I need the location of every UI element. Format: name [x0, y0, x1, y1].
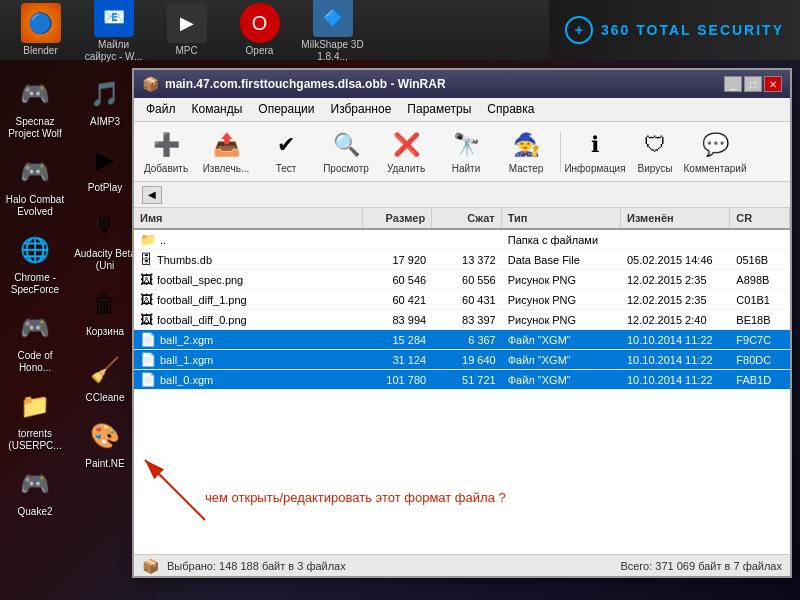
status-total: Всего: 371 069 байт в 7 файлах — [620, 560, 782, 572]
menu-params[interactable]: Параметры — [399, 100, 479, 119]
toolbar-extract[interactable]: 📤 Извлечь... — [198, 126, 254, 178]
file-icon: 🖼 — [140, 292, 153, 307]
halo-icon: 🎮 — [15, 152, 55, 192]
add-label: Добавить — [144, 163, 188, 174]
comment-label: Комментарий — [684, 163, 747, 174]
status-selected: Выбрано: 148 188 байт в 3 файлах — [167, 560, 346, 572]
view-icon: 🔍 — [330, 129, 362, 161]
file-size: 15 284 — [392, 334, 426, 346]
col-size-header[interactable]: Размер — [363, 208, 433, 228]
desktop-icon-aimp3[interactable]: 🎵 AIMP3 — [70, 70, 140, 132]
toolbar-delete[interactable]: ❌ Удалить — [378, 126, 434, 178]
file-date: 10.10.2014 11:22 — [627, 374, 713, 386]
col-name-header[interactable]: Имя — [134, 208, 363, 228]
file-packed: 60 431 — [462, 294, 496, 306]
table-row[interactable]: 📄 ball_2.xgm 15 284 6 367 Файл "XGM" 10.… — [134, 330, 790, 350]
quake2-label: Quake2 — [17, 506, 52, 518]
table-row[interactable]: 🖼 football_diff_1.png 60 421 60 431 Рису… — [134, 290, 790, 310]
file-list-header: Имя Размер Сжат Тип Изменён CR — [134, 208, 790, 230]
taskbar-icon-milkshape[interactable]: 🔷 MilkShape 3D 1.8.4... — [300, 0, 365, 63]
file-icon: 🖼 — [140, 312, 153, 327]
file-date: 10.10.2014 11:22 — [627, 354, 713, 366]
desktop-icon-korzina[interactable]: 🗑 Корзина — [70, 280, 140, 342]
window-controls: _ □ ✕ — [724, 76, 782, 92]
file-crc: BE18B — [736, 314, 770, 326]
extract-label: Извлечь... — [203, 163, 250, 174]
file-size: 31 124 — [392, 354, 426, 366]
file-packed: 83 397 — [462, 314, 496, 326]
taskbar-top: 🔵 Blender 📧 Майли сайрус - W... ▶ MPC O … — [0, 0, 800, 60]
comment-icon: 💬 — [699, 129, 731, 161]
toolbar-add[interactable]: ➕ Добавить — [138, 126, 194, 178]
desktop-icon-halo[interactable]: 🎮 Halo Combat Evolved — [0, 148, 70, 222]
col-modified-header[interactable]: Изменён — [621, 208, 730, 228]
table-row[interactable]: 🖼 football_spec.png 60 546 60 556 Рисуно… — [134, 270, 790, 290]
virus-label: Вирусы — [638, 163, 673, 174]
torrents-label: torrents (USERPC... — [4, 428, 66, 452]
desktop-icon-codehono[interactable]: 🎮 Code of Hono... — [0, 304, 70, 378]
menu-help[interactable]: Справка — [479, 100, 542, 119]
security-circle-icon: + — [565, 16, 593, 44]
file-type: Рисунок PNG — [508, 314, 576, 326]
taskbar-icon-blender[interactable]: 🔵 Blender — [8, 3, 73, 57]
table-row[interactable]: 📄 ball_1.xgm 31 124 19 640 Файл "XGM" 10… — [134, 350, 790, 370]
file-packed: 6 367 — [468, 334, 496, 346]
milkshape-label: MilkShape 3D 1.8.4... — [300, 39, 365, 63]
col-crc-header[interactable]: CR — [730, 208, 790, 228]
file-name: football_spec.png — [157, 274, 243, 286]
file-type: Data Base File — [508, 254, 580, 266]
security-logo: + 360 TOTAL SECURITY — [565, 16, 784, 44]
desktop: 🔵 Blender 📧 Майли сайрус - W... ▶ MPC O … — [0, 0, 800, 600]
mailru-label: Майли сайрус - W... — [81, 39, 146, 63]
table-row[interactable]: 🖼 football_diff_0.png 83 994 83 397 Рису… — [134, 310, 790, 330]
close-button[interactable]: ✕ — [764, 76, 782, 92]
table-row[interactable]: 🗄 Thumbs.db 17 920 13 372 Data Base File… — [134, 250, 790, 270]
taskbar-icon-mpc[interactable]: ▶ MPC — [154, 3, 219, 57]
toolbar-view[interactable]: 🔍 Просмотр — [318, 126, 374, 178]
desktop-icons-col2: 🎵 AIMP3 ▶ PotPlay 🎙 Audacity Beta (Uni 🗑… — [70, 70, 140, 474]
toolbar-info[interactable]: ℹ Информация — [567, 126, 623, 178]
taskbar-icon-mailru[interactable]: 📧 Майли сайрус - W... — [81, 0, 146, 63]
minimize-button[interactable]: _ — [724, 76, 742, 92]
file-name: Thumbs.db — [157, 254, 212, 266]
taskbar-icon-opera[interactable]: O Opera — [227, 3, 292, 57]
file-icon: 📄 — [140, 332, 156, 347]
file-crc: C01B1 — [736, 294, 770, 306]
chrome-label: Chrome - SpecForce — [4, 272, 66, 296]
toolbar-wizard[interactable]: 🧙 Мастер — [498, 126, 554, 178]
file-icon: 📄 — [140, 372, 156, 387]
desktop-icon-ccleaner[interactable]: 🧹 CCleane — [70, 346, 140, 408]
maximize-button[interactable]: □ — [744, 76, 762, 92]
menu-file[interactable]: Файл — [138, 100, 184, 119]
file-crc: FAB1D — [736, 374, 771, 386]
file-date: 12.02.2015 2:35 — [627, 274, 707, 286]
table-row[interactable]: 📁 .. Папка с файлами — [134, 230, 790, 250]
security-banner: + 360 TOTAL SECURITY — [549, 0, 800, 60]
test-icon: ✔ — [270, 129, 302, 161]
audacity-icon: 🎙 — [85, 206, 125, 246]
col-packed-header[interactable]: Сжат — [432, 208, 502, 228]
codehono-icon: 🎮 — [15, 308, 55, 348]
file-size: 60 546 — [392, 274, 426, 286]
mpc-label: MPC — [175, 45, 197, 57]
desktop-icon-specnaz[interactable]: 🎮 Specnaz Project Wolf — [0, 70, 70, 144]
statusbar: 📦 Выбрано: 148 188 байт в 3 файлах Всего… — [134, 554, 790, 576]
table-row[interactable]: 📄 ball_0.xgm 101 780 51 721 Файл "XGM" 1… — [134, 370, 790, 390]
toolbar-virus[interactable]: 🛡 Вирусы — [627, 126, 683, 178]
desktop-icon-potplay[interactable]: ▶ PotPlay — [70, 136, 140, 198]
toolbar-comment[interactable]: 💬 Комментарий — [687, 126, 743, 178]
back-button[interactable]: ◀ — [142, 186, 162, 204]
virus-icon: 🛡 — [639, 129, 671, 161]
toolbar-test[interactable]: ✔ Тест — [258, 126, 314, 178]
toolbar-find[interactable]: 🔭 Найти — [438, 126, 494, 178]
ccleaner-label: CCleane — [86, 392, 125, 404]
col-type-header[interactable]: Тип — [502, 208, 621, 228]
desktop-icon-quake2[interactable]: 🎮 Quake2 — [0, 460, 70, 522]
delete-icon: ❌ — [390, 129, 422, 161]
menu-operations[interactable]: Операции — [250, 100, 322, 119]
desktop-icon-torrents[interactable]: 📁 torrents (USERPC... — [0, 382, 70, 456]
menu-favorites[interactable]: Избранное — [323, 100, 400, 119]
desktop-icon-audacity[interactable]: 🎙 Audacity Beta (Uni — [70, 202, 140, 276]
desktop-icon-chrome[interactable]: 🌐 Chrome - SpecForce — [0, 226, 70, 300]
menu-commands[interactable]: Команды — [184, 100, 251, 119]
